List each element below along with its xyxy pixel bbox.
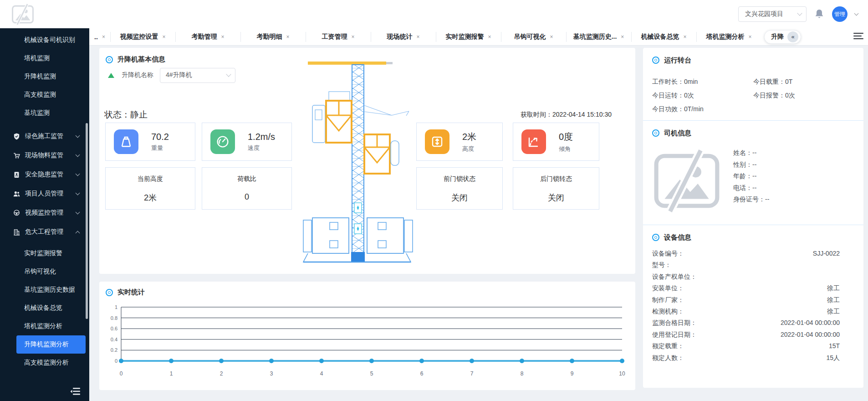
metric-label: 高度 (462, 145, 476, 153)
tab-item[interactable]: 考勤管理 × (175, 28, 240, 45)
tab-close-icon[interactable]: × (162, 34, 165, 40)
metric-icon (210, 129, 235, 154)
sidebar-item[interactable]: 高支模监测 (16, 86, 86, 104)
sidebar-item[interactable]: 机械设备司机识别 (16, 31, 86, 49)
tab-item[interactable]: 基坑监测历史... × (566, 28, 631, 45)
tab-label: 现场统计 (387, 33, 412, 41)
tab-close-icon[interactable]: × (488, 34, 491, 40)
tab-close-icon[interactable]: × (748, 34, 751, 40)
svg-text:2: 2 (220, 370, 223, 377)
sidebar-item-label: 塔机监测分析 (24, 322, 62, 330)
cam-icon (13, 209, 20, 217)
tab-item[interactable]: 现场统计 × (371, 28, 436, 45)
notification-bell-icon[interactable] (814, 8, 825, 20)
green-triangle-icon (108, 73, 114, 78)
project-selector[interactable]: 文兴花园项目 (738, 6, 807, 22)
run-stat-item: 今日运转：0次 (652, 92, 753, 101)
chevron-icon (76, 134, 80, 138)
sidebar-item[interactable]: 高支模监测分析 (16, 354, 86, 372)
target-icon (652, 129, 659, 137)
status-cell-label: 前门锁状态 (417, 175, 502, 183)
tab-label: 机械设备总览 (641, 33, 679, 41)
sidebar-item[interactable]: 升降机监测分析 (16, 335, 86, 354)
app-header: 文兴花园项目 管理 (0, 0, 868, 28)
tab-item[interactable]: 实时监测报警 × (436, 28, 501, 45)
tab-item[interactable]: 塔机监测分析 × (696, 28, 761, 45)
metric-value: 2米 (462, 131, 476, 143)
lift-name-select[interactable]: 4#升降机 (160, 68, 235, 83)
tab-item[interactable]: 考勤明细 × (240, 28, 306, 45)
tab-item[interactable]: 机械设备总览 × (631, 28, 696, 45)
tab-item[interactable]: 吊钩可视化 × (501, 28, 566, 45)
tab-close-icon[interactable]: × (221, 34, 224, 40)
sidebar-item[interactable]: 安全隐患监管 (0, 165, 89, 184)
lift-name-select-value: 4#升降机 (166, 71, 227, 79)
sidebar-item[interactable]: 项目人员管理 (0, 184, 89, 203)
tab-list-menu-icon[interactable] (853, 33, 863, 41)
gauge-icon (215, 134, 230, 149)
tab-close-icon[interactable]: × (683, 34, 686, 40)
sidebar-item[interactable]: 现场物料监管 (0, 146, 89, 165)
driver-field: 性别：-- (733, 161, 769, 173)
tab-close-icon[interactable]: × (416, 34, 419, 40)
sidebar-item[interactable]: 实时监测报警 (16, 244, 86, 262)
driver-field: 身份证号：-- (733, 195, 769, 207)
device-field: 监测合格日期： 2022-01-04 00:00:00 (652, 319, 854, 330)
tab-collapse-left-icon[interactable]: « (787, 31, 798, 42)
tab-item[interactable]: 视频监控设置 × (110, 28, 175, 45)
sidebar-item[interactable]: 塔机监测分析 (16, 317, 86, 335)
chevron-icon (76, 172, 80, 176)
panel-title: 实时统计 (106, 288, 145, 297)
status-cell-value: 关闭 (417, 192, 502, 203)
tab-close-icon[interactable]: × (102, 34, 105, 40)
sidebar-item[interactable]: 升降机监测 (16, 67, 86, 86)
device-field: 额定载重： 15T (652, 342, 854, 354)
tab-overflow-left[interactable]: .. × (89, 28, 110, 45)
sidebar-item-label: 实时监测报警 (24, 249, 62, 257)
device-field: 制作厂家： 徐工 (652, 296, 854, 308)
lift-name-label: 升降机名称 (122, 71, 153, 79)
sidebar-item[interactable]: 基坑监测 (16, 104, 86, 122)
sidebar-item[interactable]: 危大工程管理 (0, 222, 89, 242)
metric-icon (114, 129, 138, 154)
metric-card: 0度 倾角 (513, 123, 599, 161)
right-info-panel: 运行转台 工作时长：0min 今日载重：0T 今日运转：0次 今日报警：0次 今… (643, 48, 863, 388)
sidebar-item[interactable]: 塔机监测 (16, 49, 86, 67)
sidebar-item[interactable]: 绿色施工监管 (0, 127, 89, 146)
metric-value: 0度 (559, 131, 573, 143)
panel-title: 升降机基本信息 (106, 55, 165, 64)
metric-label: 重量 (151, 144, 169, 152)
chevron-icon (76, 153, 80, 157)
tab-label: 工资管理 (322, 33, 347, 41)
section-divider (643, 120, 863, 121)
tab-item[interactable]: 工资管理 × (306, 28, 371, 45)
sidebar-item[interactable]: 吊钩可视化 (16, 262, 86, 281)
status-cell-value: 0 (202, 192, 291, 202)
updown-icon (430, 134, 444, 149)
sidebar-item[interactable]: 基坑监测历史数据 (16, 281, 86, 299)
tab-label: 考勤管理 (191, 33, 217, 41)
tab-close-icon[interactable]: × (550, 34, 553, 40)
tab-label: 视频监控设置 (120, 33, 158, 41)
device-field: 设备编号： SJJ-0022 (652, 250, 854, 261)
user-avatar[interactable]: 管理 (832, 6, 848, 22)
sidebar-item-label: 绿色施工监管 (25, 132, 63, 140)
sidebar-item[interactable]: 机械设备总览 (16, 299, 86, 317)
tab-close-icon[interactable]: × (621, 34, 624, 40)
driver-photo-placeholder-broken-image-icon (652, 143, 721, 219)
tab-close-icon[interactable]: × (286, 34, 289, 40)
metric-value: 70.2 (151, 132, 169, 142)
metric-icon (425, 129, 449, 154)
sidebar-collapse-icon[interactable] (70, 387, 81, 396)
sidebar-item[interactable]: 视频监控管理 (0, 203, 89, 222)
sidebar-scrollbar[interactable] (86, 123, 88, 319)
sidebar-item-label: 塔机监测 (24, 54, 50, 62)
sidebar-item-label: 机械设备总览 (24, 304, 62, 312)
tab-close-icon[interactable]: × (351, 34, 354, 40)
device-info-title: 设备信息 (652, 231, 854, 243)
tab-active-partial[interactable]: 升降 « (764, 30, 801, 44)
badge-icon (13, 171, 20, 179)
avatar-chevron-down-icon[interactable] (854, 11, 859, 16)
run-stat-item: 工作时长：0min (652, 78, 753, 87)
project-selector-value: 文兴花园项目 (745, 10, 798, 18)
